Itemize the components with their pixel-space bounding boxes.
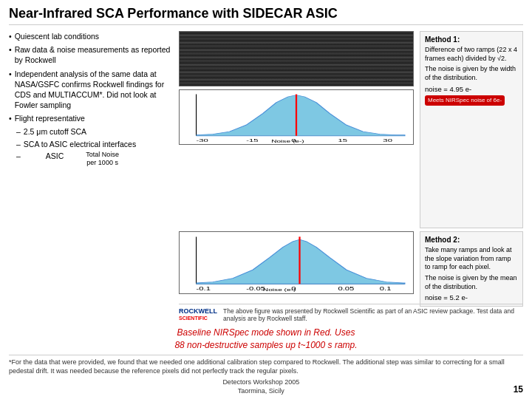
method1-title: Method 1:	[425, 35, 518, 44]
images-row: -30 -15 0 15 30 Noise (e-) Method 1: Dif…	[179, 31, 523, 228]
list-item: Raw data & noise measurements as reporte…	[9, 44, 171, 65]
list-item: Independent analysis of the same data at…	[9, 69, 171, 111]
histogram-image-2: -0.1 -0.05 0 0.05 0.1 Noise (e-)	[179, 231, 414, 294]
bullet-list: Quiescent lab conditions Raw data & nois…	[9, 31, 171, 123]
sub-list-item: 2.5 μm cutoff SCA	[16, 126, 171, 137]
svg-text:Noise (e-): Noise (e-)	[263, 288, 296, 293]
list-item: Quiescent lab conditions	[9, 31, 171, 41]
method2-noise: noise = 5.2 e-	[425, 293, 518, 302]
sub-list-item-text: ASIC	[46, 151, 64, 161]
method1-desc: Difference of two ramps (22 x 4 frames e…	[425, 46, 518, 63]
baseline-note: Baseline NIRSpec mode shown in Red. Uses…	[9, 327, 523, 352]
page-number: 15	[514, 383, 523, 396]
rockwell-logo: ROCKWELLSCIENTIFIC	[179, 307, 217, 321]
right-panel: -30 -15 0 15 30 Noise (e-) Method 1: Dif…	[179, 31, 523, 322]
histogram-svg-2: -0.1 -0.05 0 0.05 0.1 Noise (e-)	[180, 232, 413, 293]
histogram-image-1: -30 -15 0 15 30 Noise (e-)	[179, 89, 414, 145]
total-noise-label: Total Noise per 1000 s	[86, 151, 119, 168]
sub-list-item: ASIC Total Noise per 1000 s	[16, 151, 171, 168]
svg-text:0.1: 0.1	[380, 287, 392, 292]
method1-note: The noise is given by the width of the d…	[425, 65, 518, 82]
image-block-left: -30 -15 0 15 30 Noise (e-)	[179, 31, 414, 228]
sub-list-item-text: SCA to ASIC electrical interfaces	[24, 139, 136, 149]
sub-bullet-list: 2.5 μm cutoff SCA SCA to ASIC electrical…	[9, 126, 171, 168]
detector-image	[179, 31, 414, 86]
meets-badge: Meets NIRSpec noise of 6e-	[425, 95, 505, 106]
page: Near-Infrared SCA Performance with SIDEC…	[0, 0, 532, 399]
stripe-overlay	[180, 32, 413, 86]
footer-row: Detectors Workshop 2005 Taormina, Sicily…	[9, 378, 523, 396]
main-content: Quiescent lab conditions Raw data & nois…	[9, 31, 523, 322]
svg-text:-15: -15	[246, 138, 258, 143]
histogram-svg-1: -30 -15 0 15 30 Noise (e-)	[180, 90, 413, 144]
list-item-text: Quiescent lab conditions	[15, 31, 99, 41]
method1-noise: noise = 4.95 e-	[425, 85, 518, 94]
list-item-text: Raw data & noise measurements as reporte…	[15, 44, 171, 65]
method2-block: Method 2: Take many ramps and look at th…	[420, 231, 523, 307]
svg-text:15: 15	[338, 138, 347, 143]
svg-text:30: 30	[383, 138, 392, 143]
svg-text:-30: -30	[197, 138, 208, 143]
method2-title: Method 2:	[425, 235, 518, 245]
sub-list-item: SCA to ASIC electrical interfaces	[16, 139, 171, 149]
left-panel: Quiescent lab conditions Raw data & nois…	[9, 31, 171, 322]
method2-desc: Take many ramps and look at the slope va…	[425, 246, 518, 272]
rockwell-caption: The above figure was presented by Rockwe…	[223, 307, 523, 322]
svg-text:-0.1: -0.1	[197, 287, 211, 292]
method2-note: The noise is given by the mean of the di…	[425, 274, 518, 291]
svg-text:0.05: 0.05	[338, 287, 354, 292]
svg-text:Noise (e-): Noise (e-)	[271, 139, 304, 143]
footer-note: *For the data that were provided, we fou…	[9, 355, 523, 396]
footer-text: *For the data that were provided, we fou…	[9, 358, 505, 375]
list-item: Flight representative	[9, 113, 171, 123]
method1-block: Method 1: Difference of two ramps (22 x …	[420, 31, 523, 228]
sub-list-item-text: 2.5 μm cutoff SCA	[24, 126, 86, 137]
list-item-text: Flight representative	[15, 113, 85, 123]
image-block-right: -0.1 -0.05 0 0.05 0.1 Noise (e-)	[179, 231, 414, 298]
images-row-2: -0.1 -0.05 0 0.05 0.1 Noise (e-) Method …	[179, 231, 523, 298]
conference-text: Detectors Workshop 2005 Taormina, Sicily	[9, 378, 514, 396]
page-title: Near-Infrared SCA Performance with SIDEC…	[9, 6, 523, 25]
list-item-text: Independent analysis of the same data at…	[15, 69, 171, 111]
rockwell-footer: ROCKWELLSCIENTIFIC The above figure was …	[179, 304, 523, 322]
